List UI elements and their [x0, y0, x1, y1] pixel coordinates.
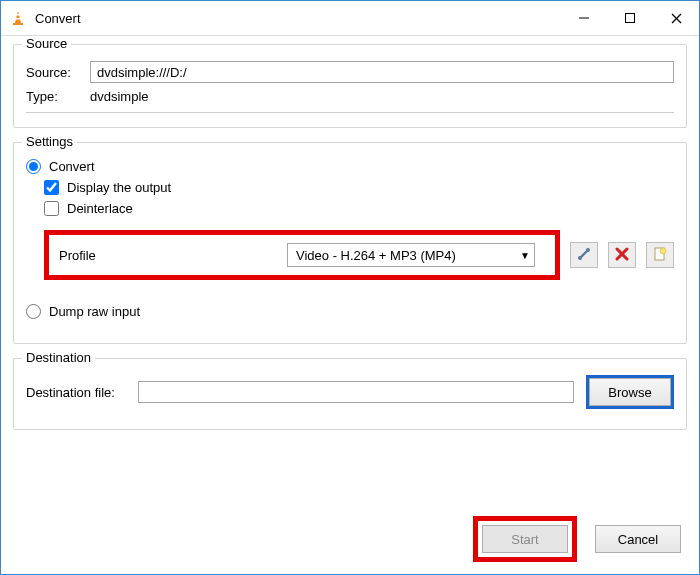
type-value: dvdsimple [90, 89, 149, 104]
edit-profile-button[interactable] [570, 242, 598, 268]
browse-button[interactable]: Browse [589, 378, 671, 406]
window-title: Convert [35, 11, 561, 26]
dump-raw-label: Dump raw input [49, 304, 140, 319]
svg-rect-1 [16, 14, 19, 16]
maximize-button[interactable] [607, 1, 653, 35]
cancel-button[interactable]: Cancel [595, 525, 681, 553]
delete-x-icon [615, 247, 629, 264]
start-highlight: Start [473, 516, 577, 562]
source-separator [26, 112, 674, 113]
convert-radio-label: Convert [49, 159, 95, 174]
profile-value: Video - H.264 + MP3 (MP4) [296, 248, 456, 263]
svg-point-9 [586, 248, 590, 252]
dialog-footer: Start Cancel [1, 510, 699, 574]
svg-rect-3 [13, 23, 23, 25]
dump-raw-radio[interactable]: Dump raw input [26, 304, 140, 319]
chevron-down-icon: ▼ [520, 250, 530, 261]
profile-highlight: Profile Video - H.264 + MP3 (MP4) ▼ [44, 230, 560, 280]
browse-highlight: Browse [586, 375, 674, 409]
settings-group: Settings Convert Display the output [13, 142, 687, 344]
source-legend: Source [22, 36, 71, 51]
profile-label: Profile [59, 248, 287, 263]
svg-marker-0 [15, 11, 21, 23]
settings-legend: Settings [22, 134, 77, 149]
svg-point-13 [660, 248, 666, 254]
destination-file-input[interactable] [138, 381, 574, 403]
delete-profile-button[interactable] [608, 242, 636, 268]
destination-group: Destination Destination file: Browse [13, 358, 687, 430]
convert-dialog: Convert Source Source: Type: dvdsimple [0, 0, 700, 575]
source-group: Source Source: Type: dvdsimple [13, 44, 687, 128]
type-label: Type: [26, 89, 90, 104]
wrench-icon [576, 246, 592, 265]
minimize-button[interactable] [561, 1, 607, 35]
titlebar: Convert [1, 1, 699, 36]
source-input[interactable] [90, 61, 674, 83]
svg-rect-2 [16, 18, 21, 20]
deinterlace-checkbox[interactable]: Deinterlace [44, 201, 133, 216]
vlc-cone-icon [9, 9, 27, 27]
close-button[interactable] [653, 1, 699, 35]
deinterlace-label: Deinterlace [67, 201, 133, 216]
start-button[interactable]: Start [482, 525, 568, 553]
new-file-icon [652, 246, 668, 265]
destination-legend: Destination [22, 350, 95, 365]
source-label: Source: [26, 65, 90, 80]
new-profile-button[interactable] [646, 242, 674, 268]
svg-rect-5 [626, 14, 635, 23]
destination-file-label: Destination file: [26, 385, 138, 400]
convert-radio[interactable]: Convert [26, 159, 95, 174]
svg-point-8 [578, 256, 582, 260]
profile-select[interactable]: Video - H.264 + MP3 (MP4) ▼ [287, 243, 535, 267]
display-output-checkbox[interactable]: Display the output [44, 180, 171, 195]
display-output-label: Display the output [67, 180, 171, 195]
dialog-content: Source Source: Type: dvdsimple Settings … [1, 36, 699, 510]
